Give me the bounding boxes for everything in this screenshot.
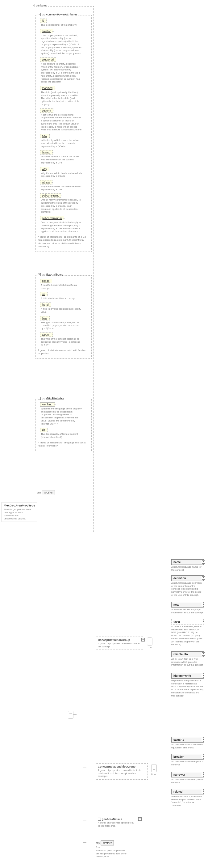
attr-desc: Why the metadata has been included - exp… (41, 172, 82, 178)
attr-label[interactable]: id (40, 19, 46, 23)
expand-icon[interactable]: + (138, 817, 142, 821)
element-desc: Additional natural language information … (171, 608, 204, 614)
attr-label[interactable]: creator (40, 29, 53, 33)
collapse-icon[interactable]: − (38, 273, 41, 276)
attr-whyuri: whyuriWhy the metadata has been included… (40, 180, 90, 191)
attr-desc: One or many constraints that apply to pu… (41, 198, 82, 214)
attr-label[interactable]: qcode (40, 279, 52, 283)
attr-label[interactable]: literal (40, 303, 51, 307)
attr-group-title: i18nAttributes (46, 397, 64, 400)
expand-icon[interactable]: + (202, 738, 205, 741)
attr-desc: The local identifier of the property. (41, 24, 82, 27)
element-box[interactable]: remoteInfo+ (171, 651, 204, 657)
element-box[interactable]: definition+ (171, 576, 204, 581)
attr-group-desc: A group of attributes for all elements o… (38, 236, 90, 248)
attr-label[interactable]: howuri (40, 150, 53, 155)
attr-group-cpa: −grp commonPowerAttributesidThe local id… (35, 15, 92, 252)
attr-desc: A qualified code which identifies a conc… (41, 284, 82, 289)
attr-label[interactable]: uri (40, 292, 47, 296)
attr-label[interactable]: custom (40, 108, 54, 113)
attr-desc: If the property value is not defined, sp… (41, 34, 82, 55)
expand-icon[interactable]: + (202, 790, 205, 793)
attr-label[interactable]: xml:lang (40, 402, 55, 407)
collapse-icon[interactable]: − (32, 4, 35, 7)
collapse-icon[interactable]: − (98, 818, 101, 821)
attr-desc: Why the metadata has been included - exp… (41, 185, 82, 191)
leaf-narrower: narrower+An identifier of a more specifi… (171, 772, 204, 784)
connector (83, 641, 86, 641)
attr-group-flex: −grp flexAttributesqcodeA qualified code… (35, 275, 92, 359)
type-root-desc: Flexible geopolitical area data type for… (4, 508, 33, 520)
attr-desc: One or many constraints that apply to pu… (41, 221, 82, 233)
type-root-name: FlexGeoAreaPropType (4, 504, 35, 507)
attr-custom: customIf set to true the corresponding p… (40, 108, 90, 131)
attributes-header: −attributes (31, 4, 48, 7)
group-desc: A group of properties specific to a geop… (98, 822, 138, 827)
expand-icon[interactable]: + (202, 576, 205, 580)
element-box[interactable]: note+ (171, 602, 204, 608)
element-box[interactable]: sameAs+ (171, 737, 204, 743)
element-box[interactable]: hierarchyInfo+ (171, 673, 204, 679)
expand-icon[interactable]: + (202, 560, 205, 564)
element-box[interactable]: narrower+ (171, 772, 204, 777)
element-box[interactable]: facet+ (171, 619, 204, 624)
attr-group-title: flexAttributes (46, 273, 63, 276)
element-box[interactable]: broader+ (171, 754, 204, 760)
expand-icon[interactable]: + (202, 674, 205, 677)
expand-icon[interactable]: + (202, 652, 205, 656)
expand-icon[interactable]: + (146, 765, 149, 768)
group-geoAreaDetails[interactable]: −geoAreaDetails+A group of properties sp… (96, 816, 140, 829)
attr-why: whyWhy the metadata has been included - … (40, 167, 90, 178)
element-desc: Represents the position of a concept in … (171, 679, 204, 697)
attr-label[interactable]: whyuri (40, 180, 52, 184)
attr-typeuri: typeuriThe type of the concept assigned … (40, 333, 90, 346)
attr-id: idThe local identifier of the property. (40, 19, 90, 27)
expand-icon[interactable]: + (202, 773, 205, 776)
attr-label[interactable]: pubconstrainturi (40, 216, 64, 220)
any-label: any (96, 841, 101, 844)
attr-how: howIndicates by which means the value wa… (40, 134, 90, 148)
element-box[interactable]: name+ (171, 559, 204, 565)
attr-label[interactable]: creatoruri (40, 58, 56, 62)
element-desc: An identifier of a more specific concept… (171, 778, 204, 784)
expand-icon[interactable]: + (202, 603, 205, 606)
group-title: ConceptRelationshipsGroup (98, 765, 146, 768)
attr-desc: Indicates by which means the value was e… (41, 155, 82, 164)
attr-desc: The directionality of textual content (e… (41, 433, 82, 438)
attr-label[interactable]: why (40, 167, 49, 171)
attr-label[interactable]: how (40, 134, 50, 138)
attr-label[interactable]: typeuri (40, 333, 53, 337)
element-box[interactable]: related+ (171, 789, 204, 795)
expand-icon[interactable]: + (202, 620, 205, 623)
attr-label[interactable]: pubconstraint (40, 193, 61, 198)
attr-desc: The type of the concept assigned as cont… (41, 337, 82, 346)
connector (83, 820, 86, 820)
attr-group-header: −grp i18nAttributes (37, 397, 65, 400)
attr-desc: A free-text value assigned as property v… (41, 307, 82, 313)
group-ConceptRelationshipsGroup: ConceptRelationshipsGroup+A group of pro… (96, 763, 148, 780)
element-name: related (173, 790, 183, 793)
element-name: remoteInfo (173, 653, 188, 656)
collapse-icon[interactable]: − (38, 13, 41, 16)
attr-label[interactable]: type (40, 316, 50, 320)
expand-icon[interactable]: + (141, 638, 145, 642)
leaf-hierarchyInfo: hierarchyInfo+Represents the position of… (171, 673, 204, 697)
attr-group-header: −grp flexAttributes (37, 273, 64, 276)
attr-label[interactable]: dir (40, 428, 47, 432)
attr-uri: uriA URI which identifies a concept. (40, 292, 90, 300)
occurs: 0..∞ (96, 846, 128, 848)
attr-label[interactable]: modified (40, 86, 55, 90)
group-title: geoAreaDetails (102, 818, 122, 821)
occurs: 0..∞ (151, 773, 156, 776)
element-desc: A natural language definition of the sem… (171, 582, 204, 597)
element-desc: A related concept, where the relationshi… (171, 795, 204, 807)
attr-group-i18n: −grp i18nAttributesxml:langSpecifies the… (35, 399, 92, 451)
attr-pubconstraint: pubconstraintOne or many constraints tha… (40, 193, 90, 214)
attr-group-title: commonPowerAttributes (46, 13, 77, 16)
attr-creatoruri: creatoruriIf the attribute is empty, spe… (40, 58, 90, 84)
attributes-label: attributes (36, 4, 47, 7)
collapse-icon[interactable]: − (38, 397, 41, 400)
element-desc: An identifier of a more generic concept. (171, 760, 204, 766)
group-ConceptDefinitionGroup: ConceptDefinitionGroup+A group of proper… (96, 637, 143, 650)
expand-icon[interactable]: + (202, 755, 205, 758)
